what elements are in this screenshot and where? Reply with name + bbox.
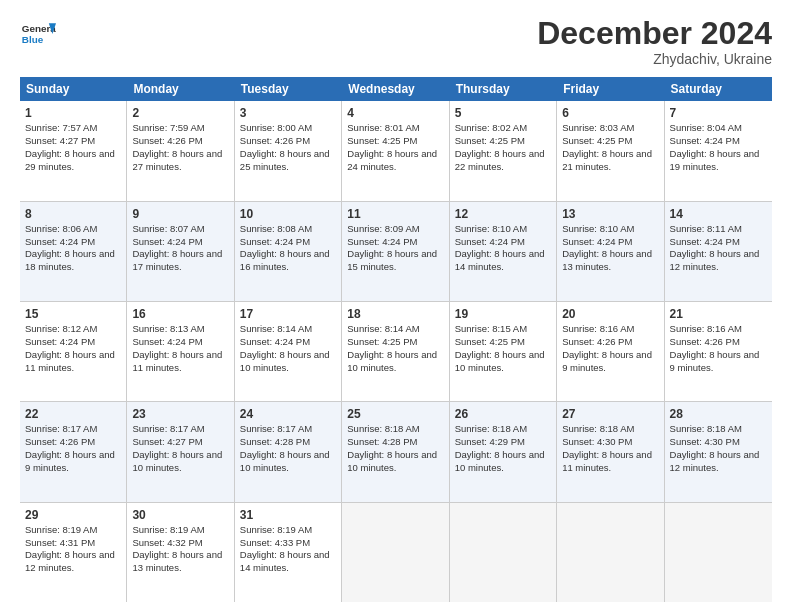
daylight-text: Daylight: 8 hours and 11 minutes. xyxy=(25,349,115,373)
day-cell-18: 18Sunrise: 8:14 AMSunset: 4:25 PMDayligh… xyxy=(342,302,449,401)
day-cell-30: 30Sunrise: 8:19 AMSunset: 4:32 PMDayligh… xyxy=(127,503,234,602)
sunset-text: Sunset: 4:24 PM xyxy=(455,236,525,247)
day-cell-7: 7Sunrise: 8:04 AMSunset: 4:24 PMDaylight… xyxy=(665,101,772,200)
day-number: 12 xyxy=(455,206,551,222)
day-number: 23 xyxy=(132,406,228,422)
day-number: 27 xyxy=(562,406,658,422)
day-number: 29 xyxy=(25,507,121,523)
header-thursday: Thursday xyxy=(450,77,557,101)
daylight-text: Daylight: 8 hours and 12 minutes. xyxy=(670,248,760,272)
sunset-text: Sunset: 4:25 PM xyxy=(562,135,632,146)
sunset-text: Sunset: 4:26 PM xyxy=(25,436,95,447)
sunrise-text: Sunrise: 7:57 AM xyxy=(25,122,97,133)
sunrise-text: Sunrise: 8:16 AM xyxy=(562,323,634,334)
day-cell-5: 5Sunrise: 8:02 AMSunset: 4:25 PMDaylight… xyxy=(450,101,557,200)
header-tuesday: Tuesday xyxy=(235,77,342,101)
sunrise-text: Sunrise: 8:02 AM xyxy=(455,122,527,133)
sunset-text: Sunset: 4:30 PM xyxy=(670,436,740,447)
daylight-text: Daylight: 8 hours and 17 minutes. xyxy=(132,248,222,272)
day-cell-12: 12Sunrise: 8:10 AMSunset: 4:24 PMDayligh… xyxy=(450,202,557,301)
sunrise-text: Sunrise: 8:19 AM xyxy=(25,524,97,535)
sunrise-text: Sunrise: 8:18 AM xyxy=(670,423,742,434)
daylight-text: Daylight: 8 hours and 11 minutes. xyxy=(132,349,222,373)
daylight-text: Daylight: 8 hours and 11 minutes. xyxy=(562,449,652,473)
header-monday: Monday xyxy=(127,77,234,101)
sunrise-text: Sunrise: 8:14 AM xyxy=(240,323,312,334)
header: General Blue December 2024 Zhydachiv, Uk… xyxy=(20,16,772,67)
sunrise-text: Sunrise: 7:59 AM xyxy=(132,122,204,133)
day-number: 11 xyxy=(347,206,443,222)
day-number: 14 xyxy=(670,206,767,222)
sunset-text: Sunset: 4:29 PM xyxy=(455,436,525,447)
day-number: 9 xyxy=(132,206,228,222)
empty-cell xyxy=(342,503,449,602)
sunset-text: Sunset: 4:32 PM xyxy=(132,537,202,548)
day-number: 7 xyxy=(670,105,767,121)
daylight-text: Daylight: 8 hours and 15 minutes. xyxy=(347,248,437,272)
day-number: 4 xyxy=(347,105,443,121)
day-number: 10 xyxy=(240,206,336,222)
sunrise-text: Sunrise: 8:17 AM xyxy=(240,423,312,434)
sunrise-text: Sunrise: 8:10 AM xyxy=(562,223,634,234)
empty-cell xyxy=(557,503,664,602)
header-saturday: Saturday xyxy=(665,77,772,101)
daylight-text: Daylight: 8 hours and 22 minutes. xyxy=(455,148,545,172)
day-number: 3 xyxy=(240,105,336,121)
day-cell-19: 19Sunrise: 8:15 AMSunset: 4:25 PMDayligh… xyxy=(450,302,557,401)
sunrise-text: Sunrise: 8:19 AM xyxy=(132,524,204,535)
day-cell-6: 6Sunrise: 8:03 AMSunset: 4:25 PMDaylight… xyxy=(557,101,664,200)
sunrise-text: Sunrise: 8:18 AM xyxy=(347,423,419,434)
daylight-text: Daylight: 8 hours and 12 minutes. xyxy=(670,449,760,473)
day-cell-10: 10Sunrise: 8:08 AMSunset: 4:24 PMDayligh… xyxy=(235,202,342,301)
daylight-text: Daylight: 8 hours and 14 minutes. xyxy=(240,549,330,573)
empty-cell xyxy=(450,503,557,602)
day-cell-16: 16Sunrise: 8:13 AMSunset: 4:24 PMDayligh… xyxy=(127,302,234,401)
day-cell-23: 23Sunrise: 8:17 AMSunset: 4:27 PMDayligh… xyxy=(127,402,234,501)
day-cell-20: 20Sunrise: 8:16 AMSunset: 4:26 PMDayligh… xyxy=(557,302,664,401)
day-number: 6 xyxy=(562,105,658,121)
sunrise-text: Sunrise: 8:14 AM xyxy=(347,323,419,334)
day-cell-24: 24Sunrise: 8:17 AMSunset: 4:28 PMDayligh… xyxy=(235,402,342,501)
daylight-text: Daylight: 8 hours and 9 minutes. xyxy=(670,349,760,373)
day-number: 1 xyxy=(25,105,121,121)
logo-icon: General Blue xyxy=(20,16,56,52)
sunset-text: Sunset: 4:28 PM xyxy=(347,436,417,447)
day-cell-13: 13Sunrise: 8:10 AMSunset: 4:24 PMDayligh… xyxy=(557,202,664,301)
header-friday: Friday xyxy=(557,77,664,101)
day-number: 17 xyxy=(240,306,336,322)
day-number: 26 xyxy=(455,406,551,422)
day-number: 21 xyxy=(670,306,767,322)
day-number: 13 xyxy=(562,206,658,222)
daylight-text: Daylight: 8 hours and 16 minutes. xyxy=(240,248,330,272)
day-cell-31: 31Sunrise: 8:19 AMSunset: 4:33 PMDayligh… xyxy=(235,503,342,602)
day-cell-25: 25Sunrise: 8:18 AMSunset: 4:28 PMDayligh… xyxy=(342,402,449,501)
day-number: 18 xyxy=(347,306,443,322)
sunset-text: Sunset: 4:26 PM xyxy=(132,135,202,146)
day-cell-9: 9Sunrise: 8:07 AMSunset: 4:24 PMDaylight… xyxy=(127,202,234,301)
day-cell-1: 1Sunrise: 7:57 AMSunset: 4:27 PMDaylight… xyxy=(20,101,127,200)
day-number: 20 xyxy=(562,306,658,322)
calendar-header: Sunday Monday Tuesday Wednesday Thursday… xyxy=(20,77,772,101)
day-number: 28 xyxy=(670,406,767,422)
sunset-text: Sunset: 4:25 PM xyxy=(347,135,417,146)
daylight-text: Daylight: 8 hours and 21 minutes. xyxy=(562,148,652,172)
day-cell-17: 17Sunrise: 8:14 AMSunset: 4:24 PMDayligh… xyxy=(235,302,342,401)
sunrise-text: Sunrise: 8:17 AM xyxy=(132,423,204,434)
daylight-text: Daylight: 8 hours and 13 minutes. xyxy=(132,549,222,573)
sunset-text: Sunset: 4:26 PM xyxy=(562,336,632,347)
sunset-text: Sunset: 4:24 PM xyxy=(25,236,95,247)
day-cell-3: 3Sunrise: 8:00 AMSunset: 4:26 PMDaylight… xyxy=(235,101,342,200)
daylight-text: Daylight: 8 hours and 10 minutes. xyxy=(347,349,437,373)
day-number: 8 xyxy=(25,206,121,222)
sunset-text: Sunset: 4:24 PM xyxy=(25,336,95,347)
empty-cell xyxy=(665,503,772,602)
month-title: December 2024 xyxy=(537,16,772,51)
week-row-5: 29Sunrise: 8:19 AMSunset: 4:31 PMDayligh… xyxy=(20,503,772,602)
day-cell-22: 22Sunrise: 8:17 AMSunset: 4:26 PMDayligh… xyxy=(20,402,127,501)
week-row-3: 15Sunrise: 8:12 AMSunset: 4:24 PMDayligh… xyxy=(20,302,772,402)
subtitle: Zhydachiv, Ukraine xyxy=(537,51,772,67)
week-row-1: 1Sunrise: 7:57 AMSunset: 4:27 PMDaylight… xyxy=(20,101,772,201)
logo: General Blue xyxy=(20,16,60,52)
daylight-text: Daylight: 8 hours and 10 minutes. xyxy=(240,349,330,373)
daylight-text: Daylight: 8 hours and 10 minutes. xyxy=(240,449,330,473)
